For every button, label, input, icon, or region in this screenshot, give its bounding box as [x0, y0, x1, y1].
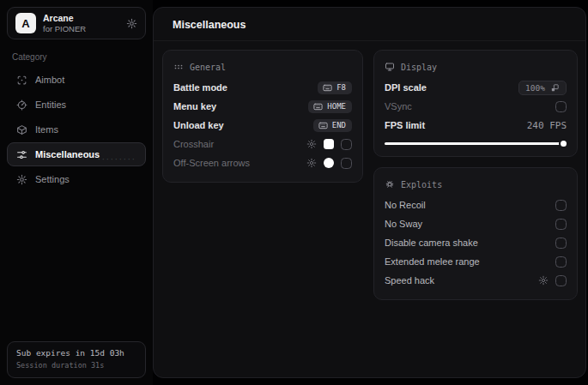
grid-dots-icon: [173, 62, 184, 72]
sidebar-item-label: Settings: [35, 174, 70, 184]
keybind-value: END: [332, 121, 346, 129]
sidebar-item-aimbot[interactable]: Aimbot: [7, 68, 146, 92]
keybind-value: HOME: [327, 102, 346, 111]
setting-label: No Recoil: [385, 200, 426, 210]
scan-icon: [16, 75, 27, 86]
active-item-dots: ·········: [98, 155, 136, 164]
settings-icon[interactable]: [126, 18, 137, 29]
display-card: Display DPI scale 100% VSync: [373, 50, 578, 157]
setting-label: Disable camera shake: [385, 238, 478, 248]
gear-icon: [16, 174, 27, 185]
sidebar-item-settings[interactable]: Settings: [7, 167, 146, 191]
page-title: Miscellaneous: [173, 19, 567, 31]
setting-label: VSync: [385, 101, 412, 111]
brand-card: A Arcane for PIONER: [7, 7, 146, 39]
setting-row-disable-camera-shake: Disable camera shake: [385, 233, 567, 252]
monitor-icon: [385, 62, 395, 72]
setting-row-unload-key: Unload key END: [173, 116, 352, 135]
color-swatch[interactable]: [324, 139, 334, 149]
fps-slider-track: [385, 142, 567, 145]
sidebar-item-items[interactable]: Items: [7, 117, 146, 141]
subscription-info: Sub expires in 15d 03h Session duration …: [7, 341, 146, 378]
setting-label: Unload key: [173, 120, 224, 130]
setting-row-battle-mode: Battle mode F8: [173, 78, 352, 97]
main-panel: Miscellaneous General Battle mode: [153, 7, 586, 378]
app-name: Arcane: [43, 13, 86, 24]
setting-row-menu-key: Menu key HOME: [173, 97, 352, 116]
checkbox-vsync[interactable]: [555, 101, 567, 112]
sidebar-item-label: Miscellaneous: [35, 149, 100, 159]
setting-row-speed-hack: Speed hack: [385, 271, 567, 290]
setting-label: No Sway: [385, 219, 422, 229]
setting-label: FPS limit: [385, 120, 425, 130]
category-label: Category: [12, 52, 146, 62]
keybind-chip[interactable]: HOME: [308, 100, 352, 113]
app-subtitle: for PIONER: [43, 24, 86, 34]
sidebar-item-label: Aimbot: [35, 75, 64, 85]
radar-icon: [16, 99, 27, 111]
card-title: Display: [401, 63, 437, 72]
sub-expiry-text: Sub expires in 15d 03h: [16, 347, 136, 360]
fps-slider-knob[interactable]: [561, 141, 567, 147]
keybind-chip[interactable]: END: [313, 119, 352, 132]
keybind-value: F8: [336, 83, 346, 92]
checkbox-offscreen-arrows[interactable]: [341, 158, 352, 169]
cube-icon: [16, 124, 27, 135]
setting-label: Speed hack: [385, 275, 434, 286]
setting-row-no-recoil: No Recoil: [385, 196, 567, 214]
sidebar-item-miscellaneous[interactable]: Miscellaneous ·········: [7, 142, 146, 166]
exploits-card: Exploits No Recoil No Sway Disable camer…: [373, 167, 578, 300]
setting-row-fps-limit: FPS limit 240 FPS: [385, 116, 567, 135]
gear-icon[interactable]: [306, 139, 317, 149]
setting-row-crosshair: Crosshair: [173, 135, 352, 153]
sliders-icon: [16, 149, 27, 160]
card-title: General: [190, 63, 226, 72]
setting-row-no-sway: No Sway: [385, 214, 567, 233]
sidebar-item-entities[interactable]: Entities: [7, 93, 146, 117]
general-card: General Battle mode F8 Menu key: [162, 50, 363, 183]
app-logo: A: [15, 13, 36, 33]
gear-icon[interactable]: [306, 158, 317, 168]
setting-label: Menu key: [173, 101, 216, 111]
checkbox-disable-camera-shake[interactable]: [555, 238, 567, 249]
fps-limit-value: 240 FPS: [527, 120, 567, 131]
setting-label: DPI scale: [385, 82, 427, 93]
bug-icon: [385, 179, 395, 189]
keyboard-icon: [313, 102, 323, 111]
checkbox-no-sway[interactable]: [555, 219, 567, 230]
keybind-chip[interactable]: F8: [318, 81, 352, 94]
sidebar-nav: Aimbot Entities Items Miscellaneous ····…: [7, 68, 146, 191]
card-title: Exploits: [401, 180, 442, 189]
setting-label: Extended melee range: [385, 256, 480, 267]
dpi-scale-value: 100%: [525, 83, 545, 93]
checkbox-speed-hack[interactable]: [555, 275, 567, 286]
keyboard-icon: [318, 121, 328, 130]
dpi-scale-input[interactable]: 100%: [518, 81, 567, 95]
sidebar-item-label: Entities: [35, 99, 66, 110]
session-duration-text: Session duration 31s: [16, 360, 136, 371]
fps-slider[interactable]: [385, 141, 567, 147]
keyboard-icon: [323, 83, 332, 93]
setting-label: Battle mode: [173, 82, 227, 93]
color-swatch[interactable]: [324, 158, 334, 168]
checkbox-no-recoil[interactable]: [555, 200, 567, 211]
sidebar: A Arcane for PIONER Category Aimbot Enti…: [0, 0, 153, 385]
checkbox-crosshair[interactable]: [341, 139, 352, 150]
sidebar-item-label: Items: [35, 124, 58, 135]
checkbox-extended-melee-range[interactable]: [555, 256, 567, 268]
setting-label: Off-Screen arrows: [173, 158, 250, 168]
main-header: Miscellaneous: [154, 8, 585, 41]
gear-icon[interactable]: [538, 275, 549, 286]
setting-row-dpi-scale: DPI scale 100%: [385, 78, 567, 97]
setting-row-extended-melee-range: Extended melee range: [385, 252, 567, 271]
setting-row-offscreen-arrows: Off-Screen arrows: [173, 153, 352, 172]
setting-label: Crosshair: [173, 139, 214, 149]
scale-icon: [550, 83, 560, 93]
setting-row-vsync: VSync: [385, 97, 567, 116]
